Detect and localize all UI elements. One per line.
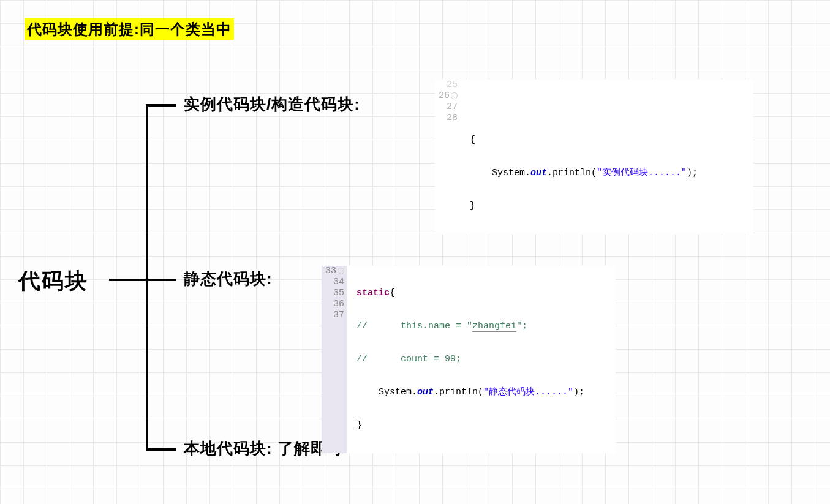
line-num: 33 [325, 266, 336, 276]
code2-gutter: 33- 34 35 36 37 [322, 266, 347, 453]
title-highlight: 代码块使用前提:同一个类当中 [25, 18, 234, 40]
code2-text: static{ // this.name = "zhangfei"; // co… [347, 266, 616, 453]
fold-icon[interactable]: - [451, 92, 458, 99]
fold-icon[interactable]: - [338, 268, 344, 274]
line-num: 27 [447, 102, 458, 112]
line-num: 34 [333, 277, 344, 287]
line-num: 36 [333, 299, 344, 309]
bracket-vertical [146, 104, 148, 451]
branch-line-2 [146, 279, 176, 281]
code-snippet-instance: 25 26- 27 28 { System.out.println("实例代码块… [435, 80, 753, 234]
line-num: 25 [447, 80, 458, 90]
branch-line-1 [146, 104, 176, 107]
branch-label-static: 静态代码块: [184, 268, 273, 290]
code1-text: { System.out.println("实例代码块......"); } [460, 80, 753, 234]
line-num: 26 [439, 91, 450, 101]
line-num: 35 [333, 288, 344, 298]
code-snippet-static: 33- 34 35 36 37 static{ // this.name = "… [322, 266, 616, 453]
line-num: 37 [333, 310, 344, 320]
root-connector [109, 279, 146, 281]
code1-gutter: 25 26- 27 28 [435, 80, 460, 234]
branch-label-instance: 实例代码块/构造代码块: [184, 94, 360, 115]
branch-line-3 [146, 448, 176, 451]
root-node: 代码块 [18, 266, 88, 296]
line-num: 28 [447, 113, 458, 123]
branch-label-local: 本地代码块: 了解即可 [184, 438, 344, 459]
